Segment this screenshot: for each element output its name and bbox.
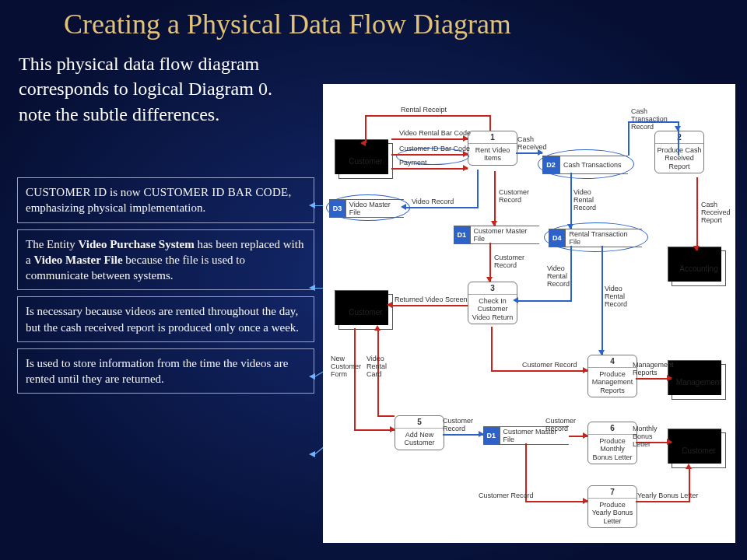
leader-arrow-icon — [309, 285, 315, 291]
flow-label: Cash Transaction Record — [631, 107, 675, 131]
flow — [391, 168, 468, 170]
label: Produce Yearly Bonus Letter — [588, 499, 637, 527]
process-1: 1Rent Video Items — [468, 131, 517, 166]
label: Produce Cash Received Report — [655, 144, 703, 173]
flow-label: Video Rental Card — [366, 355, 398, 378]
arrow-icon — [583, 498, 588, 504]
flow-label: Customer Record — [443, 417, 477, 432]
flow-label: Cash Received — [517, 135, 545, 151]
store-d1-top: D1Customer Master File — [454, 226, 539, 244]
process-2: 2Produce Cash Received Report — [654, 131, 704, 173]
arrow-icon — [583, 432, 588, 439]
arrow-icon — [686, 464, 692, 469]
callout-4: Is used to store information from the ti… — [17, 348, 314, 394]
flow — [570, 173, 572, 229]
entity-customer-3: Customer — [672, 432, 726, 468]
text: is now — [107, 186, 143, 198]
text: Video Purchase System — [79, 238, 195, 250]
flow-label: Customer Record — [545, 417, 580, 432]
text: The Entity — [26, 238, 79, 250]
num: 4 — [588, 355, 637, 368]
intro-text: This physical data flow diagram correspo… — [19, 51, 307, 127]
arrow-icon — [567, 224, 573, 229]
highlight-oval — [326, 194, 410, 221]
label: Rent Video Items — [468, 144, 517, 165]
flow — [516, 300, 572, 302]
flow — [491, 327, 493, 370]
arrow-icon — [479, 431, 484, 437]
key: D1 — [454, 226, 471, 243]
label: Customer — [339, 157, 392, 166]
flow-label: Customer Record — [499, 188, 531, 204]
flow — [601, 246, 603, 355]
flow-label: Monthly Bonus Letter — [633, 425, 670, 448]
flow — [404, 207, 477, 208]
entity-customer-1: Customer — [338, 143, 393, 179]
arrow-icon — [390, 426, 395, 432]
flow — [525, 501, 587, 502]
callout-3: Is necessary because videos are rented t… — [17, 296, 314, 342]
process-7: 7Produce Yearly Bonus Letter — [587, 485, 637, 528]
flow-label: Payment — [399, 159, 427, 166]
flow-label: Management Reports — [633, 361, 675, 376]
arrow-icon — [387, 302, 392, 308]
callout-list: CUSTOMER ID is now CUSTOMER ID BAR CODE,… — [17, 177, 314, 400]
label: Customer Master File — [471, 226, 539, 243]
arrow-icon — [675, 126, 681, 131]
label: Add New Customer — [395, 429, 444, 450]
callout-1: CUSTOMER ID is now CUSTOMER ID BAR CODE,… — [17, 177, 314, 223]
flow-label: Cash Received Report — [701, 201, 735, 224]
flow — [489, 243, 491, 282]
process-3: 3Check In Customer Video Return — [468, 282, 517, 324]
label: Produce Management Reports — [588, 368, 637, 397]
flow-label: Customer ID Bar Code — [399, 145, 470, 152]
num: 2 — [655, 131, 703, 144]
label: Check In Customer Video Return — [468, 295, 517, 324]
num: 6 — [588, 422, 637, 435]
entity-customer-2: Customer — [338, 294, 393, 330]
flow — [491, 370, 517, 372]
arrow-icon — [491, 221, 497, 226]
dfd-diagram: Customer Customer Accounting Management … — [323, 84, 735, 543]
flow — [636, 501, 689, 502]
num: 7 — [588, 486, 637, 499]
flow-label: Video Rental Bar Code — [399, 129, 471, 137]
num: 3 — [468, 282, 517, 295]
flow-label: Video Rental Record — [547, 264, 578, 288]
flow — [696, 177, 698, 250]
arrow-icon — [360, 140, 366, 146]
flow — [477, 170, 479, 208]
flow-label: Customer Record — [522, 361, 577, 369]
arrow-icon — [401, 204, 406, 210]
flow — [628, 121, 630, 156]
label: Produce Monthly Bonus Letter — [588, 435, 637, 464]
arrow-icon — [463, 165, 468, 171]
flow-label: Customer Record — [494, 254, 527, 269]
num: 1 — [468, 131, 517, 144]
flow — [494, 171, 496, 226]
entity-accounting: Accounting — [672, 250, 726, 286]
arrow-icon — [583, 367, 588, 373]
label: Customer — [672, 446, 725, 455]
callout-2: The Entity Video Purchase System has bee… — [17, 229, 314, 291]
flow — [354, 429, 395, 431]
flow — [391, 138, 468, 140]
flow — [391, 154, 468, 156]
entity-management: Management — [672, 364, 726, 400]
flow — [365, 115, 366, 143]
flow-label: Video Rental Record — [573, 188, 605, 212]
process-5: 5Add New Customer — [395, 415, 444, 450]
page-title: Creating a Physical Data Flow Diagram — [64, 8, 511, 40]
process-6: 6Produce Monthly Bonus Letter — [587, 422, 637, 464]
label: Accounting — [672, 264, 725, 273]
num: 5 — [395, 416, 444, 429]
flow-label: Video Record — [412, 198, 454, 205]
label: Management — [672, 378, 725, 387]
flow-label: Rental Receipt — [401, 106, 447, 114]
flow-label: Yearly Bonus Letter — [637, 492, 698, 499]
arrow-icon — [693, 246, 700, 251]
text: Video Master File — [33, 254, 122, 266]
text: CUSTOMER ID — [26, 186, 107, 198]
text: CUSTOMER ID BAR CODE — [143, 186, 288, 198]
leader-arrow-icon — [309, 202, 315, 208]
